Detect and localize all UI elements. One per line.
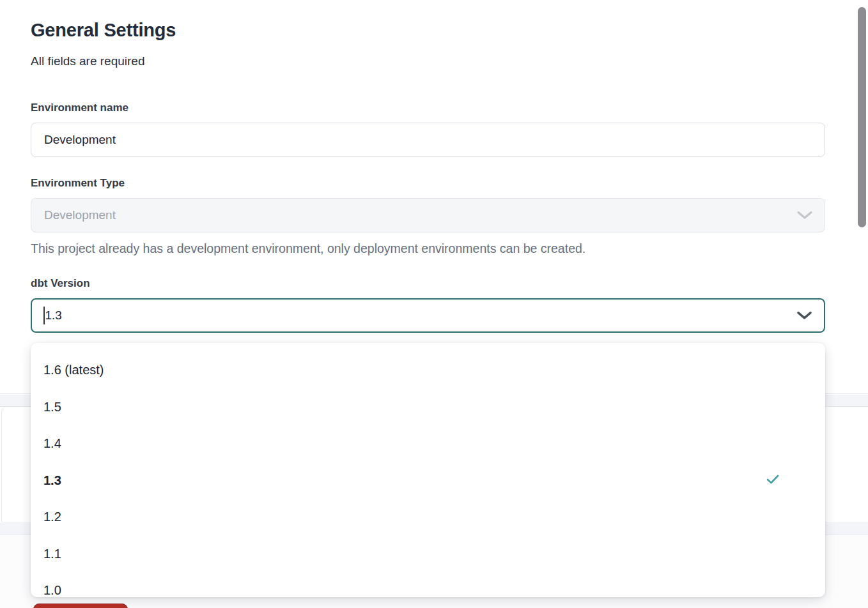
option-label: 1.5 [43, 400, 61, 414]
dbt-version-label: dbt Version [31, 277, 90, 290]
option-label: 1.0 [43, 583, 61, 597]
page-title: General Settings [31, 20, 176, 41]
option-label: 1.4 [43, 436, 61, 451]
dbt-version-dropdown: 1.6 (latest) 1.5 1.4 1.3 1.2 1.1 1.0 [31, 343, 825, 597]
dbt-version-option[interactable]: 1.3 [31, 462, 825, 499]
check-icon [766, 473, 779, 488]
environment-type-helper: This project already has a development e… [31, 241, 585, 256]
chevron-down-icon [796, 210, 813, 220]
dbt-version-option[interactable]: 1.6 (latest) [31, 352, 825, 389]
environment-name-input[interactable] [31, 123, 825, 157]
environment-type-select: Development [31, 198, 825, 232]
dbt-version-option[interactable]: 1.2 [31, 499, 825, 536]
option-label: 1.1 [43, 547, 61, 561]
option-label: 1.3 [43, 473, 61, 488]
chevron-down-icon[interactable] [796, 310, 812, 321]
environment-type-value: Development [44, 208, 116, 222]
dbt-version-option[interactable]: 1.1 [31, 536, 825, 573]
delete-button[interactable] [33, 604, 128, 608]
dbt-version-combobox[interactable]: 1.3 [31, 298, 825, 333]
dbt-version-option[interactable]: 1.5 [31, 389, 825, 426]
option-label: 1.2 [43, 510, 61, 524]
option-label: 1.6 (latest) [43, 363, 104, 377]
environment-name-label: Environment name [31, 102, 128, 114]
dbt-version-option[interactable]: 1.0 [31, 572, 825, 597]
dbt-version-listbox: 1.6 (latest) 1.5 1.4 1.3 1.2 1.1 1.0 [31, 352, 825, 597]
dropdown-scrollbar-thumb[interactable] [858, 7, 866, 227]
environment-type-label: Environment Type [31, 177, 125, 190]
text-cursor [43, 307, 45, 324]
page-subtitle: All fields are required [31, 54, 144, 68]
dbt-version-option[interactable]: 1.4 [31, 425, 825, 462]
dbt-version-value: 1.3 [45, 308, 62, 323]
